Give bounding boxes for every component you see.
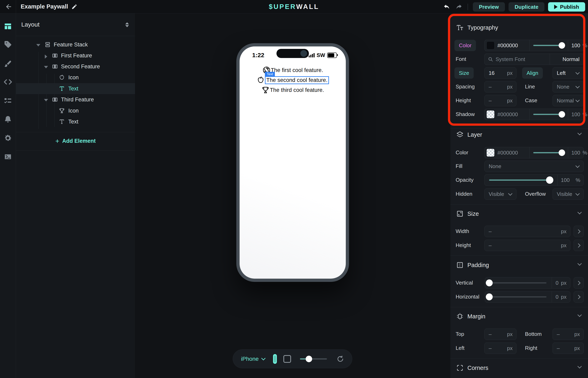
device-select[interactable]: iPhone [241,356,265,362]
overflow-dropdown[interactable]: Visible [552,189,584,200]
phone-screen[interactable]: 1:22 SW The first cool feature. Text The… [240,46,346,279]
tree-item-third-feature[interactable]: Third Feature [16,94,135,105]
margin-left-field[interactable]: –px [484,342,516,354]
shadow-hex-value[interactable]: #000000 [497,111,518,118]
padding-horizontal-slider[interactable] [488,296,547,297]
tree-item-feature-stack[interactable]: Feature Stack [16,39,135,50]
color-hex-value[interactable]: #000000 [497,42,518,49]
landscape-icon[interactable] [283,355,291,363]
caret-down-icon[interactable] [36,44,40,46]
margin-section-header[interactable]: Margin [450,311,588,322]
feature-row-selected[interactable]: Text The second cool feature. [256,76,329,84]
layer-opacity-slider[interactable] [489,179,552,181]
undo-icon[interactable] [443,3,451,11]
width-expand-button[interactable] [574,226,584,237]
caret-down-icon[interactable] [44,99,48,101]
typography-section-header[interactable]: Typography [450,22,588,33]
size-section-header[interactable]: Size [450,208,588,220]
slider-knob[interactable] [559,149,565,156]
feature-row[interactable]: The third cool feature. [261,86,324,94]
color-hex-field[interactable]: #000000 [484,40,529,51]
chevron-down-icon[interactable] [577,364,582,368]
caret-right-icon[interactable] [45,54,47,59]
color-property-pill[interactable]: Color [454,40,476,51]
margin-bottom-field[interactable]: –px [552,328,584,340]
padding-horizontal-expand-button[interactable] [574,291,584,303]
layer-color-opacity-slider[interactable] [533,152,564,153]
fill-dropdown[interactable]: None [484,161,584,172]
feature-text[interactable]: The first cool feature. [271,67,323,73]
height-field[interactable]: –px [484,240,570,251]
shadow-opacity-field[interactable]: 100% [568,109,584,120]
corners-section-header[interactable]: Corners [450,362,588,374]
tasks-icon[interactable] [0,96,16,106]
tree-item-icon[interactable]: Icon [16,105,135,116]
font-search-field[interactable]: System Font [484,54,550,65]
layer-opacity-field[interactable]: 100% [557,175,584,186]
margin-right-field[interactable]: –px [552,342,584,354]
slider-knob[interactable] [486,293,493,300]
layer-hex-value[interactable]: #000000 [497,150,518,156]
chevron-down-icon[interactable] [577,131,582,135]
zoom-slider[interactable] [300,358,327,360]
layer-color-swatch[interactable] [486,149,495,157]
shadow-color-swatch[interactable] [486,110,495,118]
color-opacity-field[interactable]: 100% [568,40,584,51]
layer-color-opacity-field[interactable]: 100% [568,147,584,158]
case-dropdown[interactable]: Normal [552,95,584,106]
chevron-down-icon[interactable] [577,210,582,214]
duplicate-button[interactable]: Duplicate [509,2,544,12]
font-size-field[interactable]: 16 px [484,67,516,79]
refresh-icon[interactable] [337,355,344,363]
slider-knob[interactable] [486,279,493,286]
code-icon[interactable] [0,77,16,87]
chevron-down-icon[interactable] [577,313,582,317]
layout-icon[interactable] [0,22,16,31]
color-swatch[interactable] [486,41,495,50]
layer-section-header[interactable]: Layer [450,129,588,141]
selection-outline[interactable]: Text The second cool feature. [265,76,329,84]
terminal-icon[interactable] [0,152,16,162]
feature-text[interactable]: The second cool feature. [266,77,327,83]
size-property-pill[interactable]: Size [454,67,474,79]
slider-knob[interactable] [559,42,565,49]
align-property-pill[interactable]: Align [522,67,543,79]
line-height-field[interactable]: –px [484,95,516,106]
bell-icon[interactable] [0,115,16,124]
publish-button[interactable]: Publish [548,2,585,12]
tree-item-icon[interactable]: Icon [16,72,135,83]
caret-down-icon[interactable] [44,66,48,68]
opacity-slider[interactable] [533,45,564,46]
height-expand-button[interactable] [574,240,584,251]
gear-icon[interactable] [0,133,16,143]
feature-text[interactable]: The third cool feature. [270,87,324,93]
tag-icon[interactable] [0,40,16,49]
tree-item-first-feature[interactable]: First Feature [16,50,135,61]
margin-top-field[interactable]: –px [484,328,516,340]
slider-knob[interactable] [559,111,565,118]
padding-vertical-field[interactable]: 0px [485,277,570,289]
hidden-dropdown[interactable]: Visible [484,189,516,200]
redo-icon[interactable] [455,3,463,11]
spacing-field[interactable]: –px [484,81,516,93]
padding-horizontal-field[interactable]: 0px [485,291,570,303]
padding-vertical-slider[interactable] [488,282,547,284]
layer-color-hex-field[interactable]: #000000 [484,147,529,158]
align-dropdown[interactable]: Left [552,67,584,79]
zoom-slider-knob[interactable] [306,356,312,362]
shadow-opacity-slider[interactable] [533,114,564,115]
font-weight-field[interactable]: Normal [550,54,584,65]
chevron-down-icon[interactable] [577,261,582,266]
sort-icon[interactable] [125,22,129,27]
line-dropdown[interactable]: None [552,81,584,93]
tree-item-text[interactable]: Text [16,116,135,127]
padding-vertical-expand-button[interactable] [574,277,584,289]
shadow-hex-field[interactable]: #000000 [484,109,529,120]
slider-knob[interactable] [546,176,553,184]
portrait-icon[interactable] [273,354,277,364]
tree-item-second-feature[interactable]: Second Feature [16,61,135,72]
width-field[interactable]: –px [484,226,570,237]
tree-item-text-selected[interactable]: Text [16,83,135,94]
padding-section-header[interactable]: Padding [450,260,588,271]
preview-button[interactable]: Preview [473,2,505,12]
